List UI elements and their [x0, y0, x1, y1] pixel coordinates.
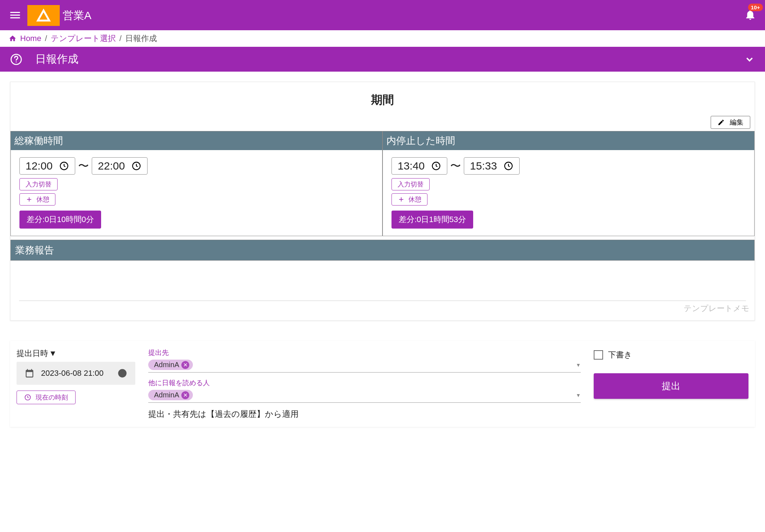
total-work-header: 総稼働時間 — [11, 131, 382, 150]
destination-chip: AdminA ✕ — [148, 360, 193, 370]
triangle-down-icon: ▼ — [49, 349, 57, 358]
appbar: 営業A 10+ — [0, 1, 765, 30]
edit-button[interactable]: 編集 — [711, 116, 750, 129]
notifications-button[interactable]: 10+ — [741, 6, 759, 25]
draft-label: 下書き — [608, 350, 632, 360]
svg-point-1 — [16, 61, 17, 62]
home-icon — [9, 35, 17, 42]
tilde-separator: 〜 — [78, 159, 89, 173]
calendar-icon — [24, 368, 35, 378]
template-memo-label: テンプレートメモ — [10, 301, 755, 314]
plus-icon — [26, 196, 33, 203]
draft-checkbox[interactable] — [594, 350, 603, 360]
section-header[interactable]: 日報作成 — [0, 47, 765, 72]
section-title: 日報作成 — [35, 52, 78, 67]
readers-select[interactable]: AdminA ✕ ▼ — [148, 388, 581, 403]
submit-datetime-label[interactable]: 提出日時▼ — [17, 348, 135, 359]
total-start-time[interactable]: 12:00 — [19, 157, 75, 175]
clock-icon — [431, 161, 441, 171]
period-card: 期間 編集 総稼働時間 12:00 〜 22:0 — [10, 82, 755, 321]
period-title: 期間 — [10, 82, 755, 114]
tilde-separator: 〜 — [450, 159, 461, 173]
stopped-start-time[interactable]: 13:40 — [391, 157, 447, 175]
clock-icon — [117, 368, 127, 378]
history-note: 提出・共有先は【過去の履歴】から適用 — [148, 409, 581, 420]
clock-icon — [24, 394, 31, 401]
breadcrumb: Home / テンプレート選択 / 日報作成 — [0, 30, 765, 47]
readers-label: 他に日報を読める人 — [148, 378, 581, 388]
stopped-end-time[interactable]: 15:33 — [464, 157, 520, 175]
destination-label: 提出先 — [148, 348, 581, 357]
clock-icon — [503, 161, 513, 171]
app-title: 営業A — [63, 8, 91, 23]
destination-select[interactable]: AdminA ✕ ▼ — [148, 358, 581, 373]
triangle-icon — [36, 8, 51, 23]
dropdown-arrow-icon: ▼ — [576, 392, 581, 398]
draft-checkbox-row[interactable]: 下書き — [594, 350, 748, 360]
plus-icon — [398, 196, 405, 203]
stopped-diff-badge: 差分:0日1時間53分 — [391, 211, 473, 229]
submit-button[interactable]: 提出 — [594, 373, 748, 399]
current-time-button[interactable]: 現在の時刻 — [17, 391, 76, 404]
hamburger-icon — [9, 9, 22, 22]
pencil-icon — [718, 119, 725, 126]
submit-card: 提出日時▼ 2023-06-08 21:00 現在の時刻 提出先 AdminA … — [10, 341, 755, 427]
help-icon — [10, 53, 22, 66]
total-add-break-button[interactable]: 休憩 — [19, 193, 55, 206]
stopped-toggle-input-button[interactable]: 入力切替 — [391, 178, 430, 190]
stopped-time-column: 内停止した時間 13:40 〜 15:33 入力切替 — [382, 131, 755, 236]
stopped-time-header: 内停止した時間 — [383, 131, 754, 150]
total-work-column: 総稼働時間 12:00 〜 22:00 入力切替 — [10, 131, 382, 236]
app-logo — [27, 5, 60, 26]
notification-badge: 10+ — [748, 4, 763, 11]
total-toggle-input-button[interactable]: 入力切替 — [19, 178, 58, 190]
total-diff-badge: 差分:0日10時間0分 — [19, 211, 101, 229]
menu-button[interactable] — [6, 6, 24, 26]
breadcrumb-home[interactable]: Home — [20, 34, 41, 43]
clock-icon — [59, 161, 69, 171]
remove-chip-button[interactable]: ✕ — [181, 361, 189, 369]
breadcrumb-template-select[interactable]: テンプレート選択 — [51, 33, 116, 44]
submit-datetime-picker[interactable]: 2023-06-08 21:00 — [17, 362, 135, 385]
clock-icon — [131, 161, 141, 171]
work-report-input[interactable] — [19, 265, 746, 301]
remove-chip-button[interactable]: ✕ — [181, 391, 189, 399]
readers-chip: AdminA ✕ — [148, 390, 193, 400]
chevron-down-icon — [744, 54, 755, 65]
dropdown-arrow-icon: ▼ — [576, 362, 581, 368]
work-report-header: 業務報告 — [10, 240, 755, 261]
total-end-time[interactable]: 22:00 — [92, 157, 148, 175]
breadcrumb-current: 日報作成 — [125, 33, 157, 44]
stopped-add-break-button[interactable]: 休憩 — [391, 193, 427, 206]
